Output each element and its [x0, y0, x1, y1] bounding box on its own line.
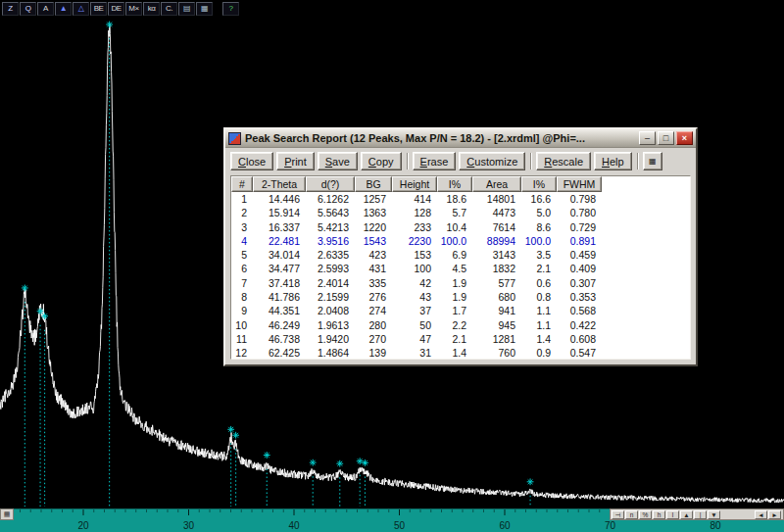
peak-cell: 37	[392, 304, 437, 317]
peak-cell: 2	[231, 206, 253, 219]
minimize-button[interactable]: –	[639, 131, 656, 145]
peak-cell: 0.780	[557, 206, 602, 219]
peak-marker-icon[interactable]	[22, 285, 28, 292]
peak-cell: 1.7	[437, 304, 472, 317]
height-button[interactable]: h	[653, 510, 665, 519]
dialog-button-customize[interactable]: Customize	[459, 152, 525, 170]
peak-marker-icon[interactable]	[310, 459, 317, 466]
column-header[interactable]: d(?)	[306, 176, 355, 192]
peak-cell: 11	[231, 332, 253, 346]
peak-cell: 1543	[355, 234, 392, 248]
peak-marker-icon[interactable]	[227, 426, 234, 433]
data-edit-icon[interactable]: DE	[108, 2, 124, 16]
peak-row[interactable]: 1262.4251.4864139311.47600.90.547	[231, 346, 690, 360]
peak-marker-icon[interactable]	[232, 432, 239, 439]
pattern-list-icon[interactable]: ▤	[178, 2, 195, 16]
peak-marker-icon[interactable]	[41, 313, 48, 319]
dialog-button-close[interactable]: Close	[230, 152, 273, 170]
peak-marker-icon[interactable]	[527, 478, 534, 485]
overlay-grid-icon[interactable]: ▦	[196, 2, 213, 16]
peak-search-icon[interactable]: ▲	[55, 2, 72, 16]
peak-row[interactable]: 841.7862.1599276431.96800.80.353	[231, 290, 690, 304]
scale-controls: ⊣n%hl▲|▼◄►	[610, 508, 784, 520]
peak-cell: 0.798	[557, 192, 602, 206]
magnifier-icon[interactable]: Q	[20, 2, 36, 16]
peak-cell: 1832	[472, 262, 521, 275]
help-icon[interactable]: ?	[222, 2, 239, 16]
peak-cell: 1220	[355, 220, 392, 234]
peak-cell: 760	[472, 346, 521, 360]
column-header[interactable]: I%	[521, 176, 557, 192]
peak-marker-icon[interactable]	[106, 22, 113, 28]
column-header[interactable]: BG	[355, 176, 392, 192]
peak-row[interactable]: 534.0142.63354231536.931433.50.459	[231, 248, 690, 262]
log-scale-button[interactable]: l	[666, 510, 679, 519]
zoom-tool-icon[interactable]: Z	[2, 2, 19, 16]
axis-tick-label: 70	[597, 520, 624, 531]
dialog-button-rescale[interactable]: Rescale	[536, 152, 591, 170]
column-header[interactable]: Area	[472, 176, 521, 192]
scale-down-button[interactable]: ▼	[708, 510, 720, 519]
peak-cell: 0.459	[557, 248, 602, 262]
column-header[interactable]: FWHM	[557, 176, 602, 192]
peak-cell: 1.1	[521, 318, 557, 332]
peak-cell: 280	[355, 318, 392, 332]
peak-row[interactable]: 1146.7381.9420270472.112811.40.608	[231, 332, 690, 346]
peak-marker-icon[interactable]	[336, 460, 343, 467]
peak-cell: 153	[392, 248, 437, 262]
peak-row[interactable]: 114.4466.1262125741418.61480116.60.798	[231, 192, 690, 206]
k-alpha2-strip-icon[interactable]: kα	[143, 2, 160, 16]
dialog-titlebar[interactable]: Peak Search Report (12 Peaks, Max P/N = …	[225, 129, 696, 148]
scale-spinner: ◄►	[755, 510, 782, 519]
dialog-button-erase[interactable]: Erase	[413, 152, 457, 170]
dialog-button-label: Copy	[368, 156, 394, 168]
peak-row[interactable]: 422.4813.951615432230100.088994100.00.89…	[231, 234, 690, 248]
column-header[interactable]: I%	[437, 176, 472, 192]
peak-cell: 128	[392, 206, 437, 219]
peak-cell: 34.014	[253, 248, 306, 262]
smooth-icon[interactable]: M×	[125, 2, 142, 16]
peak-row[interactable]: 737.4182.4014335421.95770.60.307	[231, 276, 690, 290]
peak-cell: 88994	[472, 234, 521, 248]
dialog-button-print[interactable]: Print	[276, 152, 315, 170]
annotate-icon[interactable]: A	[37, 2, 54, 16]
column-header[interactable]: Height	[392, 176, 437, 192]
peak-cell: 5.7	[437, 206, 472, 219]
maximize-button[interactable]: □	[658, 131, 674, 145]
column-header[interactable]: 2-Theta	[253, 176, 306, 192]
dialog-button-help[interactable]: Help	[594, 152, 632, 170]
background-edit-icon[interactable]: BE	[90, 2, 107, 16]
peak-row[interactable]: 634.4772.59934311004.518322.10.409	[231, 262, 690, 275]
peak-row[interactable]: 1046.2491.9613280502.29451.10.422	[231, 318, 690, 332]
peak-cell: 274	[355, 304, 392, 317]
dialog-button-save[interactable]: Save	[318, 152, 358, 170]
scale-up-button[interactable]: ▲	[680, 510, 693, 519]
column-layout-button[interactable]: ▦	[643, 152, 662, 170]
dialog-button-label: Rescale	[544, 156, 583, 168]
peak-cell: 2.0408	[306, 304, 355, 317]
axis-tick-label: 20	[70, 520, 97, 531]
peak-marker-icon[interactable]	[357, 458, 364, 464]
peak-cell: 0.568	[557, 304, 602, 317]
peak-row[interactable]: 215.9145.564313631285.744735.00.780	[231, 206, 690, 219]
peak-marker-icon[interactable]	[264, 452, 270, 459]
dialog-button-label: Erase	[420, 156, 449, 168]
axis-tick-label: 50	[386, 520, 414, 531]
percent-button[interactable]: %	[639, 510, 652, 519]
peak-marker-icon[interactable]	[362, 459, 368, 466]
dock-button[interactable]: ⊣	[612, 510, 624, 519]
grid-corner-button[interactable]: ▦	[0, 508, 14, 520]
column-header[interactable]: #	[231, 176, 253, 192]
peak-row[interactable]: 944.3512.0408274371.79411.10.568	[231, 304, 690, 317]
counts-button[interactable]: n	[625, 510, 638, 519]
calibration-icon[interactable]: C.	[161, 2, 177, 16]
spin-right-button[interactable]: ►	[768, 510, 781, 519]
peak-row[interactable]: 316.3375.4213122023310.476148.60.729	[231, 220, 690, 234]
close-icon[interactable]: ×	[676, 131, 693, 145]
peak-table: #2-Thetad(?)BGHeightI%AreaI%FWHM 114.446…	[230, 175, 691, 360]
profile-fit-icon[interactable]: △	[73, 2, 89, 16]
spin-left-button[interactable]: ◄	[755, 510, 767, 519]
scale-bar-button[interactable]: |	[694, 510, 707, 519]
peak-cell: 1.9	[437, 290, 472, 304]
dialog-button-copy[interactable]: Copy	[361, 152, 402, 170]
